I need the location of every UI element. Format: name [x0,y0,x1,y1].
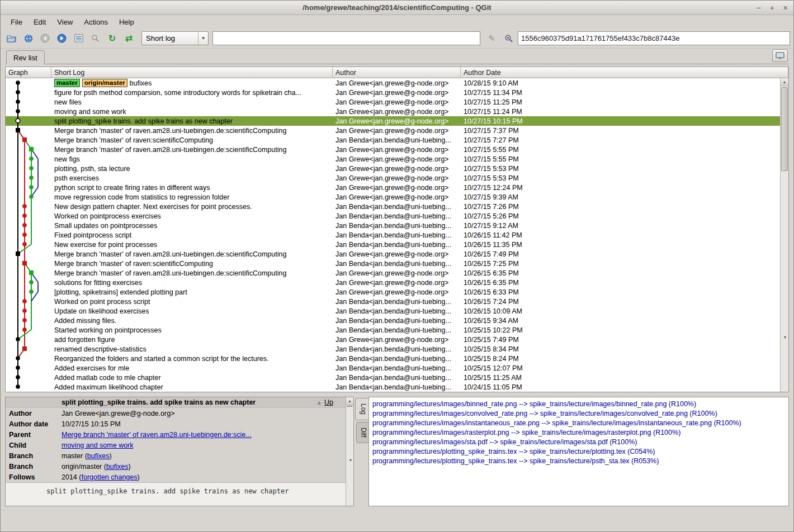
detail-link[interactable]: moving and some work [62,441,134,449]
table-row[interactable]: Reorganized the folders and started a co… [6,354,780,363]
detail-text: ) [129,463,131,471]
table-row[interactable]: Merge branch 'master' of raven.am28.uni-… [6,145,780,154]
rev-list-scrollbar[interactable]: ▲ ▼ [780,78,788,392]
detail-link[interactable]: Merge branch 'master' of raven.am28.uni-… [62,431,252,439]
table-row[interactable]: Worked on pointprocess exercisesJan Bend… [6,211,780,221]
back-button[interactable] [37,31,53,46]
detail-text: master ( [62,452,87,460]
table-row[interactable]: add forgotten figureJan Grewe<jan.grewe@… [6,335,780,344]
table-row[interactable]: new filesJan Grewe<jan.grewe@g-node.org>… [6,97,780,107]
table-row[interactable]: Merge branch 'master' of raven.am28.uni-… [6,249,780,259]
table-row[interactable]: Merge branch 'master' of raven:scientifi… [6,135,780,145]
menu-item-help[interactable]: Help [114,16,140,28]
table-row[interactable]: renamed descriptive-statisticsJan Benda<… [6,344,780,354]
author-cell: Jan Grewe<jan.grewe@g-node.org> [333,192,461,202]
table-row[interactable]: plotting, psth, sta lectureJan Grewe<jan… [6,164,780,173]
table-row[interactable]: Started working on pointprocessesJan Ben… [6,325,780,335]
statusbar [1,506,793,531]
commit-message: bufixes [130,79,152,87]
view-mode-select[interactable]: Short log ▼ [141,31,209,45]
column-header-author-date[interactable]: Author Date [461,67,788,78]
list-view-button[interactable] [71,31,86,46]
table-row[interactable]: Added maximum likelihood chapterJan Bend… [6,382,780,392]
close-button[interactable]: × [783,4,788,12]
menu-item-edit[interactable]: Edit [28,16,51,28]
table-row[interactable]: figure for psth method comparsion, some … [6,88,780,97]
scroll-up-arrow[interactable]: ▲ [781,78,788,86]
author-cell: Jan Grewe<jan.grewe@g-node.org> [333,154,461,164]
sha-input[interactable] [518,31,790,45]
table-row[interactable]: New exercise for point processesJan Bend… [6,240,780,249]
table-row[interactable]: Small updates on pointprocessesJan Benda… [6,221,780,230]
up-button[interactable]: ▲ Up [316,398,333,406]
date-cell: 10/27/15 12:24 PM [461,183,780,192]
table-row[interactable]: Fixed pointprocess scriptJan Benda<jan.b… [6,230,780,240]
scroll-track[interactable] [781,86,788,282]
table-row[interactable]: move regression code from statistics to … [6,192,780,202]
minimize-button[interactable]: − [756,4,760,12]
author-cell: Jan Benda<jan.benda@uni-tuebing... [333,325,461,335]
shortlog-cell: Merge branch 'master' of raven.am28.uni-… [51,126,333,135]
table-row[interactable]: split plotting_spike trains. add spike t… [6,116,780,126]
web-view-button[interactable] [21,31,36,46]
graph-cell [6,154,51,164]
table-row[interactable]: solutions for fitting exercisesJan Grewe… [6,278,780,287]
scroll-thumb[interactable] [781,87,788,171]
table-row[interactable]: masterorigin/masterbufixesJan Grewe<jan.… [6,78,780,88]
column-header-author[interactable]: Author [333,67,461,78]
table-row[interactable]: psth exercisesJan Grewe<jan.grewe@g-node… [6,173,780,183]
column-header-short-log[interactable]: Short Log [51,67,333,78]
file-entry[interactable]: programming/lectures/images/binned_rate.… [372,400,785,409]
refresh-button[interactable]: ↻ [105,31,120,46]
open-repository-button[interactable] [4,31,19,46]
menu-item-actions[interactable]: Actions [78,16,114,28]
menu-item-file[interactable]: File [5,16,28,28]
date-cell: 10/28/15 9:10 AM [461,78,780,88]
details-scroll-up-arrow[interactable]: ▲ [346,397,353,405]
table-row[interactable]: moving and some workJan Grewe<jan.grewe@… [6,107,780,116]
file-entry[interactable]: programming/lectures/images/convolved_ra… [372,409,785,419]
file-entry[interactable]: programming/lectures/plotting_spike_trai… [372,457,785,466]
highlight-button[interactable]: ✎ [484,31,499,46]
file-entry[interactable]: programming/lectures/images/instantaneou… [372,419,785,428]
ref-tag: origin/master [82,79,127,87]
splitter-handle[interactable] [1,392,793,397]
table-row[interactable]: Added exercises for mleJan Benda<jan.ben… [6,363,780,373]
table-row[interactable]: Merge branch 'master' of raven.am28.uni-… [6,126,780,135]
find-button[interactable] [88,31,103,46]
author-cell: Jan Benda<jan.benda@uni-tuebing... [333,135,461,145]
filter-input[interactable] [212,31,480,45]
maximize-button[interactable]: + [770,4,774,12]
table-row[interactable]: Worked on point process scriptJan Benda<… [6,297,780,306]
file-entry[interactable]: programming/lectures/images/rasterplot.p… [372,428,785,438]
sync-button[interactable]: ⇄ [121,31,136,46]
table-row[interactable]: Update on likelihood exercisesJan Benda<… [6,306,780,316]
table-row[interactable]: Merge branch 'master' of raven.am28.uni-… [6,268,780,278]
shortlog-cell: Update on likelihood exercises [51,306,333,316]
file-entry[interactable]: programming/lectures/images/sta.pdf --> … [372,438,785,447]
forward-button[interactable] [54,31,69,46]
details-scroll-thumb[interactable] [347,406,353,407]
tab-rev-list[interactable]: Rev list [6,50,45,64]
table-row[interactable]: python script to create firing rates in … [6,183,780,192]
tab-log[interactable]: Log [355,398,368,420]
table-row[interactable]: Added matlab code to mle chapterJan Bend… [6,373,780,382]
commit-message: moving and some work [54,108,126,116]
table-row[interactable]: New design pattern chapter. Next exercis… [6,202,780,211]
graph-cell [6,268,51,278]
table-row[interactable]: [plotting, spiketrains] extended plottin… [6,287,780,297]
table-row[interactable]: new figsJan Grewe<jan.grewe@g-node.org>1… [6,154,780,164]
file-entry[interactable]: programming/lectures/plotting_spike_trai… [372,447,785,457]
terminal-view-button[interactable] [772,49,788,62]
detail-link[interactable]: bufixes [106,463,129,471]
detail-link[interactable]: forgotten changes [81,473,137,481]
detail-link[interactable]: bufixes [87,452,110,460]
tab-diff[interactable]: Diff [356,422,368,443]
column-header-graph[interactable]: Graph [6,67,51,78]
details-scrollbar[interactable]: ▲ ▼ [346,397,353,506]
table-row[interactable]: Added missing files.Jan Benda<jan.benda@… [6,316,780,325]
commit-message: New design pattern chapter. Next exercis… [54,203,252,211]
menu-item-view[interactable]: View [51,16,78,28]
search-commit-button[interactable] [501,31,516,46]
table-row[interactable]: Merge branch 'master' of raven:scientifi… [6,259,780,268]
